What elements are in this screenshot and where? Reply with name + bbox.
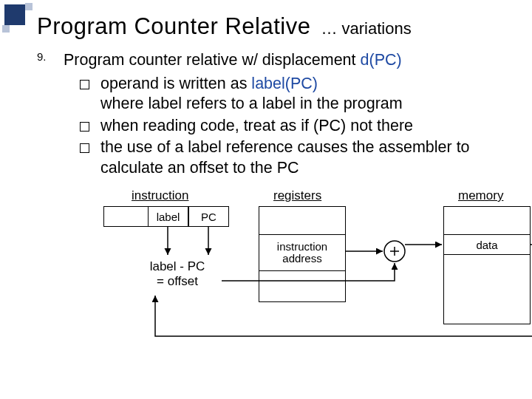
addressing-diagram: instruction label PC label - PC = offset… [103,188,510,358]
title-row: Program Counter Relative … variations [37,13,510,40]
slide-title: Program Counter Relative [37,13,310,40]
intro-prefix: Program counter relative w/ displacement [64,51,361,69]
list-item: operand is written as label(PC) where la… [80,74,510,115]
content-block: Program counter relative w/ displacement… [64,50,510,180]
bullet-2: when reading code, treat as if (PC) not … [100,117,413,134]
content-row: 9. Program counter relative w/ displacem… [37,50,510,180]
intro-blue: d(PC) [361,51,402,69]
list-item: the use of a label reference causes the … [80,137,510,178]
sub-list: operand is written as label(PC) where la… [80,74,510,179]
bullet-1-prefix: operand is written as [100,75,251,92]
bullet-1-line2: where label refers to a label in the pro… [100,95,403,112]
diagram-wires [103,188,510,358]
intro-line: Program counter relative w/ displacement… [64,50,510,71]
bullet-3: the use of a label reference causes the … [100,138,470,177]
bullet-1-blue: label(PC) [251,75,318,92]
list-number: 9. [37,50,56,63]
slide-body: Program Counter Relative … variations 9.… [0,0,532,358]
list-item: when reading code, treat as if (PC) not … [80,116,510,137]
slide-title-suffix: … variations [321,19,411,38]
corner-decoration [4,4,34,34]
